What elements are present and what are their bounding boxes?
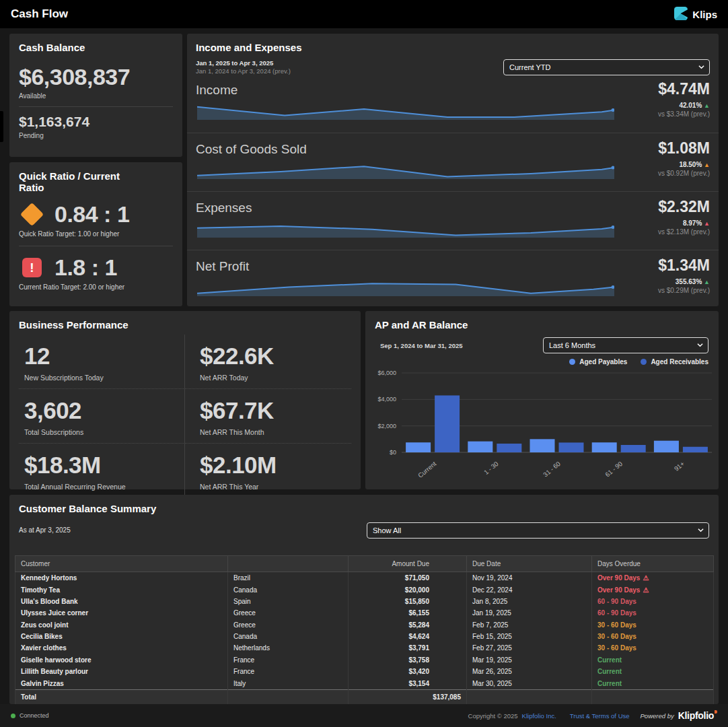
ap-ar-bar-chart[interactable]: $0$2,000$4,000$6,000Current1 - 3031 - 60… (371, 369, 713, 483)
table-cell (592, 689, 714, 704)
period-select[interactable]: Current YTD (503, 59, 710, 75)
table-row: Kennedy HortonsBrazil$71,050Nov 19, 2024… (15, 572, 714, 584)
table-row: Ulysses Juice cornerGreece$6,155Jan 19, … (15, 607, 714, 619)
warning-diamond-icon (20, 203, 44, 226)
kpi-value: 3,602 (24, 397, 180, 424)
divider (19, 246, 173, 246)
ap-ar-period: Sep 1, 2024 to Mar 31, 2025 (380, 342, 463, 349)
table-cell: $15,850 (349, 596, 467, 607)
metric-name: Expenses (196, 201, 710, 215)
metric-name: Income (196, 83, 710, 98)
income-expenses-rows: Income$4.74M42.01% ▲vs $3.34M (prev.)Cos… (187, 74, 719, 308)
quick-ratio-row: 0.84 : 1 (19, 201, 173, 228)
delta-up-icon: ▲ (704, 279, 710, 285)
metric-name: Cost of Goods Sold (196, 142, 710, 157)
chart-legend: Aged PayablesAged Receivables (569, 358, 708, 366)
svg-text:$4,000: $4,000 (377, 396, 396, 403)
table-cell: $5,284 (349, 619, 467, 631)
table-cell: Jan 8, 2025 (467, 596, 592, 607)
cash-balance-card: Cash Balance $6,308,837 Available $1,163… (9, 34, 182, 157)
metric-values: $1.08M18.50% ▲vs $0.92M (prev.) (658, 139, 710, 177)
svg-text:91+: 91+ (673, 460, 686, 473)
metric-delta: 355.63% ▲ (658, 278, 710, 285)
legend-label: Aged Receivables (651, 358, 708, 366)
metric-delta: 42.01% ▲ (658, 102, 710, 109)
table-cell: $71,050 (349, 572, 467, 584)
table-cell: Greece (228, 607, 349, 619)
legend-item: Aged Receivables (641, 358, 708, 366)
days-overdue-cell: 30 - 60 Days (592, 642, 714, 654)
total-amount-cell: $137,085 (349, 689, 467, 704)
svg-text:$0: $0 (390, 449, 396, 456)
income-expense-row: Cost of Goods Sold$1.08M18.50% ▲vs $0.92… (187, 133, 719, 191)
period-select-wrap: Current YTD (503, 59, 710, 75)
svg-text:$2,000: $2,000 (377, 423, 396, 429)
copyright-text: Copyright © 2025 (468, 712, 518, 720)
income-expense-row: Expenses$2.32M8.97% ▲vs $2.13M (prev.) (187, 191, 719, 250)
divider (19, 106, 173, 107)
legend-dot-icon (641, 359, 647, 365)
days-overdue-cell: Current (592, 654, 714, 666)
table-cell: Netherlands (228, 642, 349, 654)
column-header: Days Overdue (592, 556, 714, 572)
brand-name: Klips (692, 9, 717, 20)
delta-up-icon: ▲ (704, 162, 710, 168)
metric-values: $2.32M8.97% ▲vs $2.13M (prev.) (658, 198, 710, 236)
klipfolio-inc-link[interactable]: Klipfolio Inc. (522, 712, 556, 720)
table-cell: Ulysses Juice corner (15, 607, 228, 619)
table-cell: Canada (228, 584, 349, 595)
legend-item: Aged Payables (569, 358, 627, 366)
table-cell: Kennedy Hortons (15, 572, 228, 584)
ap-ar-balance-card: AP and AR Balance Sep 1, 2024 to Mar 31,… (365, 311, 719, 489)
metric-value: $1.34M (658, 256, 710, 275)
column-header: Due Date (467, 556, 592, 572)
current-ratio-value: 1.8 : 1 (54, 254, 117, 281)
table-cell: $3,758 (349, 654, 467, 666)
table-cell: Xavier clothes (15, 642, 228, 654)
collapsed-panel-handle[interactable] (0, 111, 3, 142)
metric-previous: vs $2.13M (prev.) (658, 228, 710, 236)
trust-terms-link[interactable]: Trust & Terms of Use (570, 712, 630, 720)
klips-brand: Klips (674, 7, 717, 22)
available-value: $6,308,837 (19, 64, 173, 90)
pending-label: Pending (19, 132, 173, 139)
quick-ratio-target: Quick Ratio Target: 1.00 or higher (19, 230, 173, 238)
table-cell: Giselle harwood store (15, 654, 228, 666)
metric-values: $1.34M355.63% ▲vs $0.29M (prev.) (658, 256, 710, 294)
table-cell: Lillith Beauty parlour (15, 666, 228, 677)
income-expenses-card: Income and Expenses Jan 1, 2025 to Apr 3… (187, 34, 719, 306)
connected-dot-icon (11, 714, 15, 718)
range-select[interactable]: Last 6 Months (543, 337, 708, 353)
table-cell (228, 689, 349, 704)
table-cell: Zeus cool joint (15, 619, 228, 631)
filter-select[interactable]: Show All (367, 522, 709, 539)
table-cell: Nov 19, 2024 (467, 572, 592, 584)
delta-up-icon: ▲ (704, 102, 710, 109)
kpi-cell: $18.3MTotal Annual Recurring Revenue (19, 444, 185, 497)
current-ratio-row: ! 1.8 : 1 (19, 254, 173, 281)
page-title: Cash Flow (11, 7, 68, 21)
metric-previous: vs $0.29M (prev.) (658, 287, 710, 294)
kpi-cell: $67.7KNet ARR This Month (185, 389, 351, 444)
table-cell: Feb 7, 2025 (467, 619, 592, 631)
ap-ar-title: AP and AR Balance (375, 319, 709, 331)
table-cell: France (228, 654, 349, 666)
table-cell: Mar 19, 2025 (467, 654, 592, 666)
customer-summary-title: Customer Balance Summary (15, 503, 713, 514)
table-cell: Timothy Tea (15, 584, 228, 595)
metrics-grid: 12New Subscriptions Today$22.6KNet ARR T… (19, 335, 351, 497)
table-header-row: CustomerAmount DueDue DateDays Overdue (15, 556, 714, 572)
table-cell: Galvin Pizzas (15, 677, 228, 689)
table-total-row: Total$137,085 (15, 689, 714, 704)
metric-value: $2.32M (658, 198, 710, 216)
business-performance-card: Business Performance 12New Subscriptions… (9, 311, 361, 489)
kpi-label: New Subscriptions Today (24, 374, 180, 382)
table-cell: Spain (228, 596, 349, 607)
status-bar: Connected Copyright © 2025 Klipfolio Inc… (0, 704, 728, 727)
customer-balance-summary-card: Customer Balance Summary As at Apr 3, 20… (9, 495, 719, 704)
current-ratio-target: Current Ratio Target: 2.00 or higher (19, 283, 173, 291)
days-overdue-cell: 30 - 60 Days (592, 631, 714, 642)
kpi-cell: $2.10MNet ARR This Year (185, 444, 351, 497)
column-header: Amount Due (349, 556, 467, 572)
table-row: Timothy TeaCanada$20,000Dec 22, 2024Over… (15, 584, 714, 595)
